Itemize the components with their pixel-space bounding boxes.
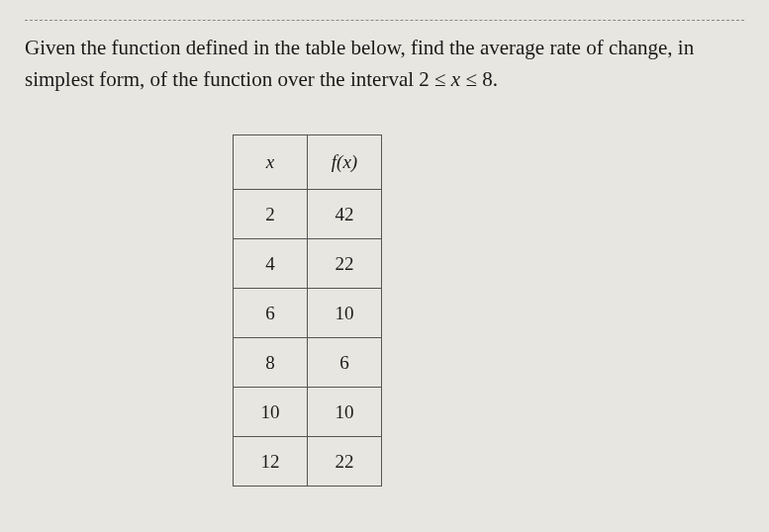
cell-x: 4 bbox=[234, 239, 308, 289]
header-x: x bbox=[234, 135, 308, 190]
table-container: x f(x) 2 42 4 22 6 10 8 6 10 10 bbox=[25, 134, 744, 487]
table-row: 10 10 bbox=[234, 388, 382, 437]
table-row: 12 22 bbox=[234, 437, 382, 487]
cell-x: 12 bbox=[234, 437, 308, 487]
problem-line2-prefix: simplest form, of the function over the … bbox=[25, 67, 419, 91]
problem-interval: 2 ≤ x ≤ 8. bbox=[419, 67, 498, 91]
cell-fx: 22 bbox=[308, 239, 382, 289]
cell-fx: 10 bbox=[308, 388, 382, 437]
cell-x: 6 bbox=[234, 289, 308, 338]
table-row: 4 22 bbox=[234, 239, 382, 289]
cell-x: 2 bbox=[234, 190, 308, 239]
cell-x: 10 bbox=[234, 388, 308, 437]
table-row: 8 6 bbox=[234, 338, 382, 388]
problem-line1: Given the function defined in the table … bbox=[25, 36, 694, 59]
cell-x: 8 bbox=[234, 338, 308, 388]
table-body: 2 42 4 22 6 10 8 6 10 10 12 22 bbox=[234, 190, 382, 487]
top-divider bbox=[25, 20, 744, 21]
cell-fx: 22 bbox=[308, 437, 382, 487]
table-row: 2 42 bbox=[234, 190, 382, 239]
function-table: x f(x) 2 42 4 22 6 10 8 6 10 10 bbox=[233, 134, 382, 487]
cell-fx: 10 bbox=[308, 289, 382, 338]
problem-statement: Given the function defined in the table … bbox=[25, 33, 744, 95]
cell-fx: 6 bbox=[308, 338, 382, 388]
cell-fx: 42 bbox=[308, 190, 382, 239]
table-header-row: x f(x) bbox=[234, 135, 382, 190]
table-row: 6 10 bbox=[234, 289, 382, 338]
header-fx: f(x) bbox=[308, 135, 382, 190]
